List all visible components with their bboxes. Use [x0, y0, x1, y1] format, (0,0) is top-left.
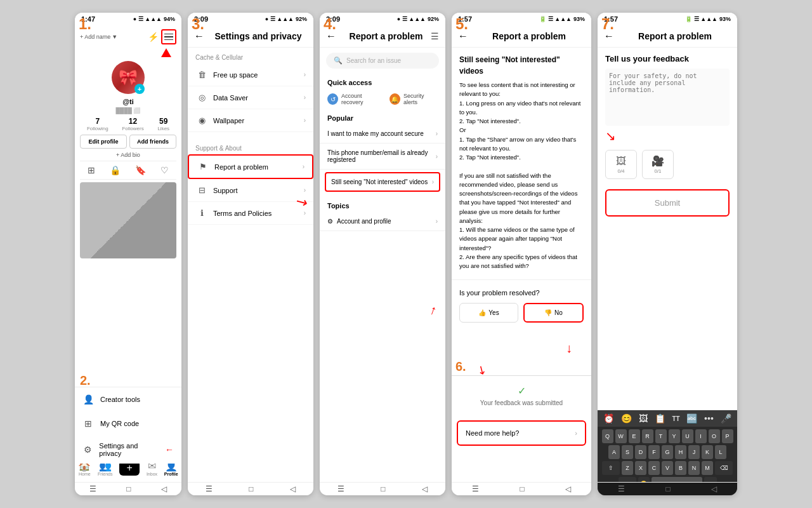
- popular-item-1[interactable]: I want to make my account secure ›: [320, 124, 445, 144]
- popular-item-3[interactable]: Still seeing "Not interested" videos ›: [325, 172, 440, 192]
- feedback-textarea[interactable]: [605, 69, 730, 126]
- yes-button[interactable]: 👍 Yes: [459, 303, 518, 323]
- account-profile-item[interactable]: ⚙ Account and profile ›: [320, 212, 445, 231]
- key-N[interactable]: N: [688, 461, 700, 475]
- submit-button[interactable]: Submit: [605, 189, 730, 217]
- add-friends-button[interactable]: Add friends: [129, 135, 176, 149]
- menu-qr-code[interactable]: ⊞ My QR code: [75, 411, 181, 436]
- key-I[interactable]: I: [695, 429, 707, 443]
- kb-more-icon[interactable]: •••: [704, 413, 714, 424]
- report-icon: ⚑: [197, 162, 209, 171]
- settings-wallpaper[interactable]: ◉ Wallpaper ›: [188, 109, 313, 132]
- key-D[interactable]: D: [635, 445, 646, 459]
- popular-chevron-2: ›: [436, 153, 438, 160]
- add-bio-button[interactable]: + Add bio: [80, 152, 176, 158]
- support-icon: ⊟: [195, 185, 208, 195]
- key-R[interactable]: R: [642, 429, 653, 443]
- key-M[interactable]: M: [702, 461, 713, 475]
- key-backspace[interactable]: ⌫: [715, 461, 733, 475]
- no-button[interactable]: 👎 No: [523, 303, 584, 323]
- key-T[interactable]: T: [655, 429, 667, 443]
- key-V[interactable]: V: [662, 461, 673, 475]
- search-bar[interactable]: 🔍 Search for an issue: [326, 53, 439, 69]
- key-H[interactable]: H: [675, 445, 686, 459]
- free-space-icon: 🗑: [195, 70, 208, 79]
- topics-chevron: ›: [436, 218, 438, 225]
- hamburger-menu-button[interactable]: [161, 29, 176, 44]
- quick-access-section: ↺ Account recovery 🔔 Security alerts: [320, 89, 445, 109]
- report-content: Still seeing "Not interested" videos To …: [452, 48, 591, 277]
- kb-emoji-icon[interactable]: 😊: [621, 413, 632, 424]
- chevron-icon-2: ›: [304, 94, 306, 101]
- key-Q[interactable]: Q: [602, 429, 613, 443]
- settings-free-space[interactable]: 🗑 Free up space ›: [188, 64, 313, 86]
- key-P[interactable]: P: [722, 429, 733, 443]
- content-body: To see less content that is not interest…: [459, 81, 584, 271]
- kb-text-icon[interactable]: TT: [672, 415, 679, 422]
- popular-title: Popular: [320, 109, 445, 124]
- creator-tools-label: Creator tools: [100, 396, 140, 403]
- key-L[interactable]: L: [715, 445, 726, 459]
- key-S[interactable]: S: [622, 445, 633, 459]
- key-O[interactable]: O: [709, 429, 720, 443]
- stats-row: 7 Following 12 Followers 59 Likes: [80, 117, 176, 131]
- content-title: Still seeing "Not interested" videos: [459, 54, 584, 77]
- popular-chevron-1: ›: [436, 130, 438, 137]
- kb-mic-icon[interactable]: 🎤: [721, 413, 731, 424]
- key-W[interactable]: W: [615, 429, 627, 443]
- arrow-annotation-4: ↑: [428, 302, 438, 318]
- feedback-text: Your feedback was submitted: [459, 399, 584, 406]
- photo-button[interactable]: 🖼 0/4: [605, 150, 637, 179]
- key-F[interactable]: F: [648, 445, 660, 459]
- qr-code-label: My QR code: [100, 420, 139, 427]
- video-button[interactable]: 🎥 0/1: [642, 150, 674, 179]
- settings-data-saver[interactable]: ◎ Data Saver ›: [188, 86, 313, 109]
- step-7-label: 7.: [601, 15, 614, 33]
- security-alerts-item[interactable]: 🔔 Security alerts: [390, 93, 438, 105]
- key-E[interactable]: E: [629, 429, 640, 443]
- key-K[interactable]: K: [702, 445, 713, 459]
- tab-heart-icon[interactable]: ♡: [160, 165, 169, 175]
- feedback-submitted: ✓ Your feedback was submitted: [452, 376, 591, 415]
- report-title-5: Report a problem: [473, 31, 585, 41]
- tab-grid-icon[interactable]: ⊞: [88, 165, 95, 175]
- account-recovery-item[interactable]: ↺ Account recovery: [327, 93, 383, 105]
- menu-settings[interactable]: ⚙ Settings and privacy ←: [75, 436, 181, 464]
- need-more-help-button[interactable]: Need more help? ›: [457, 420, 586, 446]
- status-bar-3: 2:09 ● ☰ ▲▲▲ 92%: [188, 13, 313, 25]
- status-icons-3: ● ☰ ▲▲▲ 92%: [265, 16, 307, 22]
- key-A[interactable]: A: [608, 445, 620, 459]
- key-shift[interactable]: ⇧: [602, 461, 620, 475]
- key-B[interactable]: B: [675, 461, 686, 475]
- key-J[interactable]: J: [688, 445, 700, 459]
- status-bar-4: 2:09 ● ☰ ▲▲▲ 92%: [320, 13, 445, 25]
- kb-image-icon[interactable]: 🖼: [639, 413, 648, 424]
- key-C[interactable]: C: [648, 461, 660, 475]
- settings-terms[interactable]: ℹ Terms and Policies ›: [188, 202, 313, 225]
- add-name-button[interactable]: + Add name ▼: [80, 34, 117, 40]
- key-U[interactable]: U: [682, 429, 693, 443]
- terms-icon: ℹ: [195, 208, 208, 218]
- settings-report-problem[interactable]: ⚑ Report a problem ›: [188, 154, 313, 179]
- kb-clock-icon[interactable]: ⏰: [603, 413, 614, 424]
- tab-bookmark-icon[interactable]: 🔖: [135, 165, 146, 175]
- kb-clipboard-icon[interactable]: 📋: [655, 413, 665, 424]
- key-row-2: A S D F G H J K L: [600, 445, 735, 459]
- tab-lock-icon[interactable]: 🔒: [110, 165, 121, 175]
- keyboard-toolbar[interactable]: ⏰ 😊 🖼 📋 TT 🔤 ••• 🎤: [598, 410, 737, 427]
- key-row-1: Q W E R T Y U I O P: [600, 429, 735, 443]
- popular-item-2[interactable]: This phone number/email is already regis…: [320, 144, 445, 170]
- kb-translate-icon[interactable]: 🔤: [686, 413, 697, 424]
- edit-profile-button[interactable]: Edit profile: [80, 135, 127, 149]
- step-1-label: 1.: [79, 15, 91, 33]
- chevron-icon-3: ›: [304, 117, 306, 124]
- avatar-add-icon[interactable]: +: [134, 84, 145, 94]
- key-G[interactable]: G: [662, 445, 673, 459]
- profile-tabs: ⊞ 🔒 🔖 ♡: [80, 161, 176, 180]
- key-X[interactable]: X: [635, 461, 646, 475]
- report-title-4: Report a problem: [341, 31, 431, 41]
- system-nav-4: ☰ □ ◁: [320, 482, 445, 495]
- key-Z[interactable]: Z: [622, 461, 633, 475]
- key-Y[interactable]: Y: [669, 429, 680, 443]
- menu-creator-tools[interactable]: 👤 Creator tools: [75, 387, 181, 411]
